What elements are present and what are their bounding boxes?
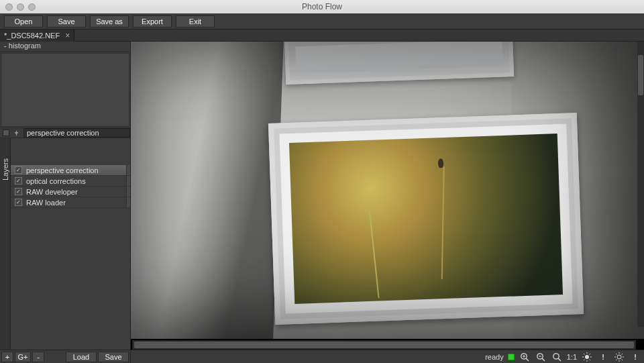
app-title: Photo Flow [0, 2, 644, 11]
layers-toolbar: + G+ - Load Save [0, 350, 130, 363]
app-window: Photo Flow Open Save Save as Export Exit… [0, 0, 644, 363]
add-group-button[interactable]: G+ [15, 352, 31, 362]
layer-row[interactable]: ✓RAW loader [11, 197, 130, 208]
current-layer-row [0, 127, 130, 138]
layer-row[interactable]: ✓optical corrections [11, 176, 130, 187]
svg-point-9 [585, 355, 589, 359]
exit-button[interactable]: Exit [176, 15, 215, 28]
close-tab-icon[interactable]: × [65, 31, 70, 40]
layer-enabled-checkbox[interactable]: ✓ [15, 188, 22, 195]
svg-line-8 [558, 358, 561, 361]
status-led-icon [508, 354, 515, 360]
svg-point-7 [553, 353, 559, 358]
histogram-panel [1, 53, 129, 127]
layer-visibility-toggle[interactable] [3, 129, 9, 136]
layer-label: RAW loader [26, 199, 66, 207]
document-tab-bar: *_DSC5842.NEF × [0, 30, 644, 42]
histogram-header[interactable]: - histogram [0, 42, 130, 52]
svg-line-5 [542, 358, 545, 361]
svg-line-23 [616, 354, 616, 354]
zoom-fit-button[interactable] [551, 352, 563, 362]
menu-bar: Open Save Save as Export Exit [0, 13, 644, 30]
layer-row[interactable]: ✓RAW developer [11, 187, 130, 197]
svg-line-26 [616, 359, 616, 360]
layer-label: RAW developer [26, 188, 78, 196]
zoom-out-button[interactable] [535, 352, 547, 362]
svg-line-16 [590, 354, 590, 354]
highlight-warning-button[interactable]: ! [597, 352, 609, 362]
open-button[interactable]: Open [4, 15, 43, 28]
layers-tab-label: Layers [1, 158, 9, 180]
shadow-warning-button[interactable]: ! [629, 352, 641, 362]
image-content [131, 42, 627, 339]
zoom-ratio-label[interactable]: 1:1 [567, 353, 577, 361]
canvas-zone: ready 1:1 ! ! [131, 42, 644, 363]
svg-line-17 [584, 359, 584, 360]
layer-enabled-checkbox[interactable]: ✓ [15, 199, 22, 206]
layers-vertical-tab[interactable]: Layers [0, 138, 11, 350]
layer-handle[interactable] [126, 165, 130, 175]
layers-list: ✓perspective correction✓optical correcti… [11, 138, 130, 350]
svg-line-1 [526, 358, 529, 361]
save-button[interactable]: Save [47, 15, 86, 28]
status-text: ready [485, 353, 504, 361]
brightness-alt-button[interactable] [613, 352, 625, 362]
pin-icon[interactable] [13, 130, 19, 136]
svg-line-14 [584, 354, 584, 354]
layer-row[interactable]: ✓perspective correction [11, 165, 130, 176]
zoom-in-button[interactable] [519, 352, 531, 362]
status-bar: ready 1:1 ! ! [131, 350, 644, 363]
brightness-button[interactable] [581, 352, 593, 362]
add-layer-button[interactable]: + [1, 352, 13, 362]
title-bar: Photo Flow [0, 0, 644, 13]
layer-enabled-checkbox[interactable]: ✓ [15, 177, 22, 185]
layer-handle[interactable] [126, 187, 130, 197]
svg-point-18 [617, 355, 621, 359]
image-canvas[interactable] [131, 42, 644, 339]
svg-line-25 [622, 354, 623, 354]
sidebar: - histogram Layers ✓perspective correcti… [0, 42, 131, 363]
saveas-button[interactable]: Save as [90, 15, 129, 28]
document-tab[interactable]: *_DSC5842.NEF × [0, 30, 74, 42]
horizontal-scrollbar[interactable] [132, 340, 636, 350]
layer-enabled-checkbox[interactable]: ✓ [15, 166, 22, 174]
document-tab-label: *_DSC5842.NEF [4, 32, 60, 40]
layer-handle[interactable] [126, 197, 130, 207]
layer-label: optical corrections [26, 177, 86, 185]
save-layers-button[interactable]: Save [98, 352, 129, 362]
vertical-scrollbar[interactable] [637, 42, 644, 327]
layers-zone: Layers ✓perspective correction✓optical c… [0, 138, 130, 350]
main-area: - histogram Layers ✓perspective correcti… [0, 42, 644, 363]
layer-label: perspective correction [26, 166, 99, 174]
load-layers-button[interactable]: Load [66, 352, 97, 362]
layer-handle[interactable] [126, 176, 130, 186]
export-button[interactable]: Export [133, 15, 172, 28]
svg-line-15 [590, 359, 590, 360]
remove-layer-button[interactable]: - [32, 352, 44, 362]
svg-line-24 [622, 359, 623, 360]
current-layer-name-input[interactable] [23, 128, 130, 138]
